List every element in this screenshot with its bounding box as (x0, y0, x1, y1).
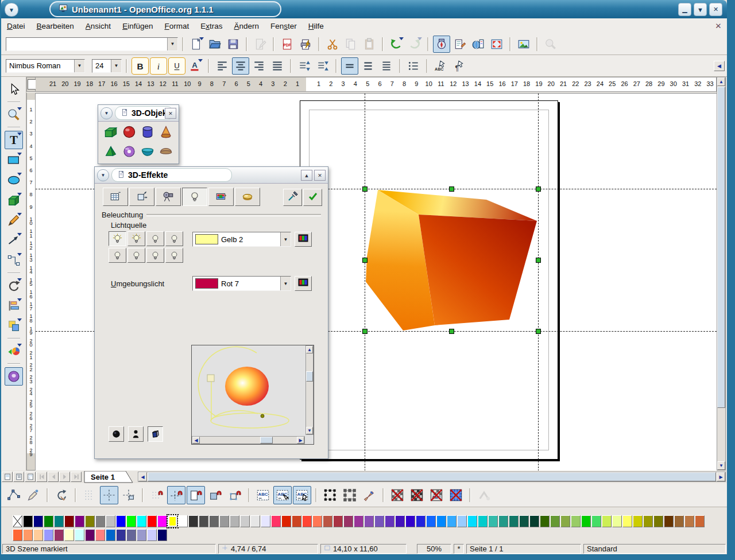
light-source-8-button[interactable] (165, 248, 183, 263)
selection-handle[interactable] (449, 329, 454, 334)
cut-icon[interactable] (324, 36, 341, 53)
color-swatch[interactable] (23, 515, 33, 527)
font-name-dropdown[interactable]: ▼ (74, 60, 84, 72)
preview-lamp-button[interactable] (128, 426, 144, 442)
color-swatch[interactable] (571, 515, 581, 527)
save-icon[interactable] (225, 36, 242, 53)
color-swatch[interactable] (209, 515, 219, 527)
align-center-icon[interactable] (232, 57, 249, 75)
color-swatch[interactable] (261, 515, 270, 527)
color-swatch[interactable] (147, 515, 157, 527)
selection-handle[interactable] (362, 186, 368, 192)
object-size-field[interactable]: 14,10 x 11,60 (320, 544, 407, 554)
color-swatch[interactable] (44, 515, 53, 527)
rotate-tool-icon[interactable] (5, 277, 23, 295)
tab-textures[interactable] (208, 188, 234, 206)
color-swatch[interactable] (695, 515, 705, 527)
underline-icon[interactable]: U (168, 57, 185, 75)
first-page-icon[interactable] (36, 472, 47, 482)
light-source-1-button[interactable] (109, 231, 126, 246)
dialog-menu-button[interactable]: ▼ (97, 169, 109, 181)
color-swatch[interactable] (75, 515, 84, 527)
picture-placeholder-icon[interactable] (388, 486, 407, 504)
window-menu-button[interactable]: ▼ (5, 3, 18, 17)
bullets-icon[interactable] (405, 57, 422, 75)
show-guides-icon[interactable] (100, 486, 118, 504)
menu-fenster[interactable]: Fenster (265, 18, 303, 33)
color-swatch[interactable] (312, 515, 322, 527)
color-swatch[interactable] (95, 529, 105, 541)
show-grid-icon[interactable] (80, 486, 99, 504)
color-swatch[interactable] (95, 515, 105, 527)
rotation-mode-icon[interactable] (52, 486, 71, 504)
select-arrow-icon[interactable] (5, 80, 23, 99)
torus3d-icon[interactable] (122, 145, 136, 161)
cursor-position-field[interactable]: 4,74 / 6,74 (218, 544, 318, 554)
shade-button[interactable]: ▼ (694, 3, 707, 16)
scroll-down-button[interactable]: ▼ (717, 461, 725, 470)
color-swatch[interactable] (674, 515, 684, 527)
navigator-icon[interactable] (433, 36, 450, 53)
color-swatch[interactable] (54, 529, 64, 541)
export-pdf-icon[interactable]: PDF (278, 36, 296, 53)
color-swatch[interactable] (498, 515, 508, 527)
color-swatch[interactable] (157, 515, 167, 527)
color-swatch[interactable] (23, 529, 33, 541)
menu-einfgen[interactable]: Einfügen (117, 18, 158, 33)
snap-guides-icon[interactable] (167, 486, 185, 504)
color-swatch[interactable] (85, 515, 95, 527)
horizontal-ruler[interactable]: 2120191817161514131211109876543211234567… (36, 77, 717, 92)
color-swatch[interactable] (426, 515, 436, 527)
simple-handles-icon[interactable] (321, 486, 339, 504)
color-swatch[interactable] (602, 515, 612, 527)
snap-margins-icon[interactable] (187, 486, 205, 504)
tab-shading[interactable] (156, 188, 181, 206)
print-icon[interactable] (297, 36, 314, 53)
color-swatch[interactable] (85, 529, 95, 541)
menu-extras[interactable]: Extras (195, 18, 228, 33)
color-swatch[interactable] (33, 529, 43, 541)
selection-handle[interactable] (362, 329, 368, 334)
color-swatch[interactable] (137, 529, 146, 541)
cube3d-icon[interactable] (104, 125, 118, 141)
spacing-decrease-icon[interactable] (314, 57, 331, 75)
preview-cube-button[interactable] (148, 426, 163, 442)
line-spacing-1-icon[interactable] (341, 57, 358, 75)
color-swatch[interactable] (488, 515, 498, 527)
color-swatch[interactable] (230, 515, 239, 527)
scroll-up-button[interactable]: ▲ (717, 77, 725, 86)
light-color-dropdown[interactable]: ▼ (280, 232, 291, 246)
menu-datei[interactable]: Datei (1, 18, 31, 33)
color-swatch[interactable] (54, 515, 64, 527)
document-close-icon[interactable]: ✕ (712, 20, 725, 32)
italic-icon[interactable]: i (150, 57, 167, 75)
color-swatch[interactable] (64, 515, 74, 527)
contour-mode-icon[interactable] (408, 486, 426, 504)
open-icon[interactable] (206, 36, 223, 53)
light-source-5-button[interactable] (109, 248, 126, 263)
guides-front-icon[interactable] (119, 486, 138, 504)
page-style-field[interactable]: Standard (583, 544, 726, 554)
url-combobox[interactable]: ▼ (6, 37, 178, 51)
menu-ansicht[interactable]: Ansicht (80, 18, 117, 33)
close-button[interactable]: ✕ (709, 3, 722, 16)
tab-illumination[interactable] (182, 188, 207, 206)
color-swatch[interactable] (519, 515, 529, 527)
color-swatch[interactable] (44, 529, 53, 541)
ambient-color-dialog-button[interactable] (295, 276, 312, 291)
paragraph-dialog-icon[interactable]: ¶ (450, 57, 467, 75)
color-swatch[interactable] (354, 515, 363, 527)
normal-view-icon[interactable] (2, 472, 13, 482)
tab-favorites[interactable] (103, 188, 128, 206)
font-name-combobox[interactable]: Nimbus Roman ▼ (6, 59, 85, 73)
text-tool-icon[interactable]: T (5, 131, 23, 149)
alignment-tool-icon[interactable] (5, 297, 23, 315)
selection-handle[interactable] (536, 258, 541, 263)
insert-tool-icon[interactable] (5, 342, 23, 360)
color-swatch[interactable] (116, 529, 126, 541)
color-swatch[interactable] (405, 515, 415, 527)
selection-handle[interactable] (536, 186, 541, 192)
font-size-dropdown[interactable]: ▼ (111, 60, 121, 72)
redo-icon[interactable] (406, 36, 423, 53)
color-swatch[interactable] (343, 515, 353, 527)
